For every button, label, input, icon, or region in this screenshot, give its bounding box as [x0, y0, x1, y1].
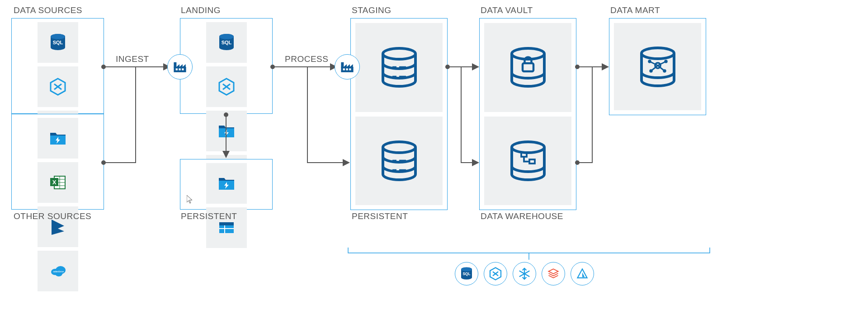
- circle-process: [335, 54, 360, 79]
- cursor-icon: [187, 195, 193, 204]
- tile-folder: [38, 118, 78, 159]
- tile-landing-synapse: [206, 66, 247, 107]
- folder-lightning-icon: [49, 129, 67, 147]
- delta-icon: [576, 267, 589, 281]
- legend-databricks: [542, 262, 565, 285]
- tile-landing-sql: [206, 22, 247, 63]
- sql-icon: [217, 33, 236, 51]
- synapse-icon: [49, 78, 67, 96]
- label-landing: LANDING: [181, 5, 221, 15]
- tile-data-mart: [614, 23, 701, 110]
- legend-synapse: [484, 262, 507, 285]
- salesforce-icon: [49, 262, 67, 280]
- label-data-warehouse: DATA WAREHOUSE: [481, 211, 563, 221]
- panel-staging: [350, 18, 448, 210]
- label-data-mart: DATA MART: [610, 5, 660, 15]
- factory-icon: [172, 59, 188, 75]
- database-icon: [379, 140, 420, 181]
- legend-delta: [571, 262, 594, 285]
- panel-data-vault: [479, 18, 576, 210]
- tile-data-vault: [484, 23, 571, 112]
- snowflake-icon: [518, 267, 531, 281]
- folder-lightning-icon: [217, 174, 236, 192]
- tile-salesforce: [38, 251, 78, 291]
- tile-data-warehouse: [484, 117, 571, 206]
- tile-staging-top: [355, 23, 443, 112]
- label-persistent-staging: PERSISTENT: [352, 211, 408, 221]
- legend: [452, 262, 597, 285]
- tile-synapse: [38, 66, 78, 107]
- synapse-icon: [489, 267, 502, 281]
- label-ingest: INGEST: [116, 54, 149, 64]
- tile-staging-bottom: [355, 117, 443, 206]
- label-other-sources: OTHER SOURCES: [14, 211, 91, 221]
- circle-ingest: [167, 54, 193, 79]
- database-tree-icon: [508, 140, 548, 181]
- panel-landing: [180, 18, 273, 114]
- folder-lightning-icon: [217, 122, 236, 140]
- database-network-icon: [637, 47, 678, 87]
- label-process: PROCESS: [285, 54, 328, 64]
- label-data-vault: DATA VAULT: [481, 5, 533, 15]
- factory-icon: [340, 59, 355, 75]
- panel-data-mart: [609, 18, 706, 115]
- synapse-icon: [217, 78, 236, 96]
- label-persistent-landing: PERSISTENT: [181, 211, 237, 221]
- panel-persistent-landing: [180, 159, 273, 210]
- tile-excel: [38, 162, 78, 203]
- table-grid-icon: [217, 219, 236, 237]
- label-data-sources: DATA SOURCES: [14, 5, 82, 15]
- database-icon: [379, 47, 420, 88]
- excel-icon: [49, 173, 67, 192]
- legend-snowflake: [513, 262, 536, 285]
- tile-pl-folder: [206, 163, 247, 204]
- sql-icon: [49, 33, 67, 51]
- tile-landing-folder: [206, 111, 247, 151]
- database-lock-icon: [508, 47, 548, 88]
- tile-sql: [38, 22, 78, 63]
- legend-sql: [455, 262, 478, 285]
- sql-icon: [460, 267, 473, 281]
- label-staging: STAGING: [352, 5, 392, 15]
- databricks-icon: [547, 267, 560, 281]
- panel-other-sources: [11, 114, 104, 210]
- panel-data-sources: [11, 18, 104, 114]
